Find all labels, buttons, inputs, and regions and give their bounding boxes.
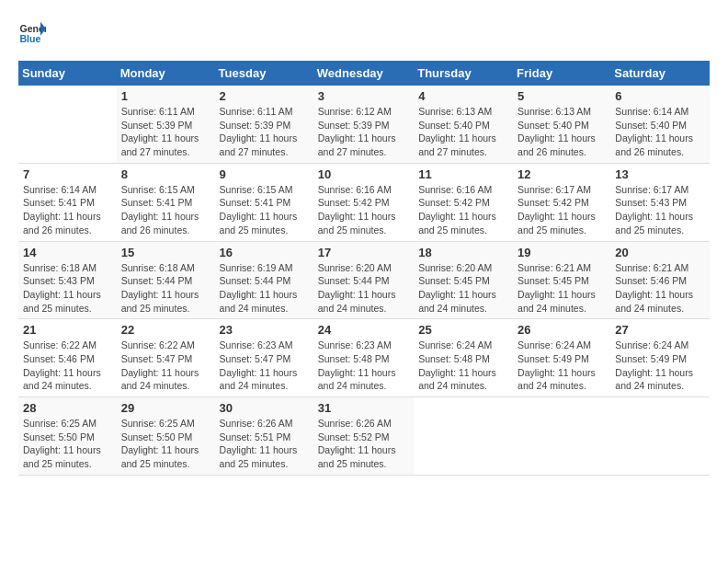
day-cell: 18 Sunrise: 6:20 AMSunset: 5:45 PMDaylig… bbox=[414, 241, 513, 319]
day-info: Sunrise: 6:18 AMSunset: 5:44 PMDaylight:… bbox=[121, 261, 210, 316]
day-number: 12 bbox=[518, 167, 606, 181]
day-cell bbox=[513, 397, 610, 476]
day-info: Sunrise: 6:20 AMSunset: 5:45 PMDaylight:… bbox=[418, 261, 508, 316]
day-info: Sunrise: 6:17 AMSunset: 5:42 PMDaylight:… bbox=[518, 183, 606, 237]
day-info: Sunrise: 6:24 AMSunset: 5:48 PMDaylight:… bbox=[418, 339, 508, 393]
svg-text:Blue: Blue bbox=[20, 33, 41, 44]
day-info: Sunrise: 6:11 AMSunset: 5:39 PMDaylight:… bbox=[121, 105, 210, 159]
day-number: 6 bbox=[615, 89, 705, 103]
day-cell: 15 Sunrise: 6:18 AMSunset: 5:44 PMDaylig… bbox=[117, 241, 215, 319]
day-info: Sunrise: 6:24 AMSunset: 5:49 PMDaylight:… bbox=[615, 339, 705, 393]
week-row-2: 7 Sunrise: 6:14 AMSunset: 5:41 PMDayligh… bbox=[18, 163, 710, 241]
weekday-header-tuesday: Tuesday bbox=[215, 61, 313, 86]
day-number: 30 bbox=[220, 401, 309, 415]
day-number: 13 bbox=[615, 167, 705, 181]
day-cell: 27 Sunrise: 6:24 AMSunset: 5:49 PMDaylig… bbox=[610, 319, 710, 397]
day-cell: 10 Sunrise: 6:16 AMSunset: 5:42 PMDaylig… bbox=[313, 163, 414, 241]
day-cell: 14 Sunrise: 6:18 AMSunset: 5:43 PMDaylig… bbox=[18, 241, 117, 319]
day-number: 1 bbox=[121, 89, 210, 103]
weekday-header-saturday: Saturday bbox=[610, 61, 710, 86]
day-cell: 31 Sunrise: 6:26 AMSunset: 5:52 PMDaylig… bbox=[313, 397, 414, 476]
day-number: 19 bbox=[518, 246, 606, 259]
day-cell: 25 Sunrise: 6:24 AMSunset: 5:48 PMDaylig… bbox=[414, 319, 513, 397]
day-number: 20 bbox=[615, 246, 705, 259]
day-number: 22 bbox=[121, 323, 210, 337]
week-row-1: 1 Sunrise: 6:11 AMSunset: 5:39 PMDayligh… bbox=[18, 86, 710, 163]
weekday-header-monday: Monday bbox=[117, 61, 215, 86]
day-cell: 4 Sunrise: 6:13 AMSunset: 5:40 PMDayligh… bbox=[414, 86, 513, 163]
day-info: Sunrise: 6:23 AMSunset: 5:47 PMDaylight:… bbox=[220, 339, 309, 393]
day-info: Sunrise: 6:19 AMSunset: 5:44 PMDaylight:… bbox=[220, 261, 309, 316]
day-number: 29 bbox=[121, 401, 210, 415]
day-number: 3 bbox=[318, 89, 409, 103]
day-number: 5 bbox=[518, 89, 606, 103]
day-info: Sunrise: 6:22 AMSunset: 5:46 PMDaylight:… bbox=[23, 339, 112, 393]
day-info: Sunrise: 6:20 AMSunset: 5:44 PMDaylight:… bbox=[318, 261, 409, 316]
day-info: Sunrise: 6:22 AMSunset: 5:47 PMDaylight:… bbox=[121, 339, 210, 393]
page-header: General Blue bbox=[18, 18, 710, 46]
day-number: 26 bbox=[518, 323, 606, 337]
day-cell: 28 Sunrise: 6:25 AMSunset: 5:50 PMDaylig… bbox=[18, 397, 117, 476]
weekday-header-wednesday: Wednesday bbox=[313, 61, 414, 86]
week-row-4: 21 Sunrise: 6:22 AMSunset: 5:46 PMDaylig… bbox=[18, 319, 710, 397]
day-cell: 1 Sunrise: 6:11 AMSunset: 5:39 PMDayligh… bbox=[117, 86, 215, 163]
day-cell: 24 Sunrise: 6:23 AMSunset: 5:48 PMDaylig… bbox=[313, 319, 414, 397]
day-number: 16 bbox=[220, 246, 309, 259]
day-info: Sunrise: 6:21 AMSunset: 5:46 PMDaylight:… bbox=[615, 261, 705, 316]
day-info: Sunrise: 6:13 AMSunset: 5:40 PMDaylight:… bbox=[518, 105, 606, 159]
day-number: 9 bbox=[220, 167, 309, 181]
day-number: 23 bbox=[220, 323, 309, 337]
weekday-header-thursday: Thursday bbox=[414, 61, 513, 86]
day-cell: 22 Sunrise: 6:22 AMSunset: 5:47 PMDaylig… bbox=[117, 319, 215, 397]
day-cell: 19 Sunrise: 6:21 AMSunset: 5:45 PMDaylig… bbox=[513, 241, 610, 319]
day-number: 31 bbox=[318, 401, 409, 415]
week-row-5: 28 Sunrise: 6:25 AMSunset: 5:50 PMDaylig… bbox=[18, 397, 710, 476]
day-info: Sunrise: 6:17 AMSunset: 5:43 PMDaylight:… bbox=[615, 183, 705, 237]
day-info: Sunrise: 6:21 AMSunset: 5:45 PMDaylight:… bbox=[518, 261, 606, 316]
day-cell: 20 Sunrise: 6:21 AMSunset: 5:46 PMDaylig… bbox=[610, 241, 710, 319]
day-info: Sunrise: 6:16 AMSunset: 5:42 PMDaylight:… bbox=[318, 183, 409, 237]
day-cell: 16 Sunrise: 6:19 AMSunset: 5:44 PMDaylig… bbox=[215, 241, 313, 319]
day-cell bbox=[414, 397, 513, 476]
day-number: 28 bbox=[23, 401, 112, 415]
day-cell: 12 Sunrise: 6:17 AMSunset: 5:42 PMDaylig… bbox=[513, 163, 610, 241]
day-number: 25 bbox=[418, 323, 508, 337]
day-cell: 17 Sunrise: 6:20 AMSunset: 5:44 PMDaylig… bbox=[313, 241, 414, 319]
day-info: Sunrise: 6:14 AMSunset: 5:40 PMDaylight:… bbox=[615, 105, 705, 159]
day-info: Sunrise: 6:15 AMSunset: 5:41 PMDaylight:… bbox=[220, 183, 309, 237]
day-cell: 11 Sunrise: 6:16 AMSunset: 5:42 PMDaylig… bbox=[414, 163, 513, 241]
day-number: 10 bbox=[318, 167, 409, 181]
day-info: Sunrise: 6:26 AMSunset: 5:51 PMDaylight:… bbox=[220, 417, 309, 471]
day-number: 7 bbox=[23, 167, 112, 181]
day-cell bbox=[610, 397, 710, 476]
day-cell: 7 Sunrise: 6:14 AMSunset: 5:41 PMDayligh… bbox=[18, 163, 117, 241]
day-cell: 23 Sunrise: 6:23 AMSunset: 5:47 PMDaylig… bbox=[215, 319, 313, 397]
weekday-header-row: SundayMondayTuesdayWednesdayThursdayFrid… bbox=[18, 61, 710, 86]
day-number: 24 bbox=[318, 323, 409, 337]
day-cell: 5 Sunrise: 6:13 AMSunset: 5:40 PMDayligh… bbox=[513, 86, 610, 163]
day-info: Sunrise: 6:15 AMSunset: 5:41 PMDaylight:… bbox=[121, 183, 210, 237]
week-row-3: 14 Sunrise: 6:18 AMSunset: 5:43 PMDaylig… bbox=[18, 241, 710, 319]
day-number: 14 bbox=[23, 246, 112, 259]
weekday-header-friday: Friday bbox=[513, 61, 610, 86]
logo: General Blue bbox=[18, 18, 46, 46]
day-number: 8 bbox=[121, 167, 210, 181]
day-number: 4 bbox=[418, 89, 508, 103]
day-cell: 6 Sunrise: 6:14 AMSunset: 5:40 PMDayligh… bbox=[610, 86, 710, 163]
day-info: Sunrise: 6:11 AMSunset: 5:39 PMDaylight:… bbox=[220, 105, 309, 159]
day-number: 11 bbox=[418, 167, 508, 181]
day-info: Sunrise: 6:25 AMSunset: 5:50 PMDaylight:… bbox=[23, 417, 112, 471]
day-number: 18 bbox=[418, 246, 508, 259]
day-info: Sunrise: 6:16 AMSunset: 5:42 PMDaylight:… bbox=[418, 183, 508, 237]
day-cell: 9 Sunrise: 6:15 AMSunset: 5:41 PMDayligh… bbox=[215, 163, 313, 241]
day-info: Sunrise: 6:24 AMSunset: 5:49 PMDaylight:… bbox=[518, 339, 606, 393]
day-number: 17 bbox=[318, 246, 409, 259]
day-number: 15 bbox=[121, 246, 210, 259]
day-number: 27 bbox=[615, 323, 705, 337]
day-info: Sunrise: 6:13 AMSunset: 5:40 PMDaylight:… bbox=[418, 105, 508, 159]
day-cell: 21 Sunrise: 6:22 AMSunset: 5:46 PMDaylig… bbox=[18, 319, 117, 397]
day-cell: 26 Sunrise: 6:24 AMSunset: 5:49 PMDaylig… bbox=[513, 319, 610, 397]
day-info: Sunrise: 6:23 AMSunset: 5:48 PMDaylight:… bbox=[318, 339, 409, 393]
day-info: Sunrise: 6:26 AMSunset: 5:52 PMDaylight:… bbox=[318, 417, 409, 471]
day-info: Sunrise: 6:12 AMSunset: 5:39 PMDaylight:… bbox=[318, 105, 409, 159]
